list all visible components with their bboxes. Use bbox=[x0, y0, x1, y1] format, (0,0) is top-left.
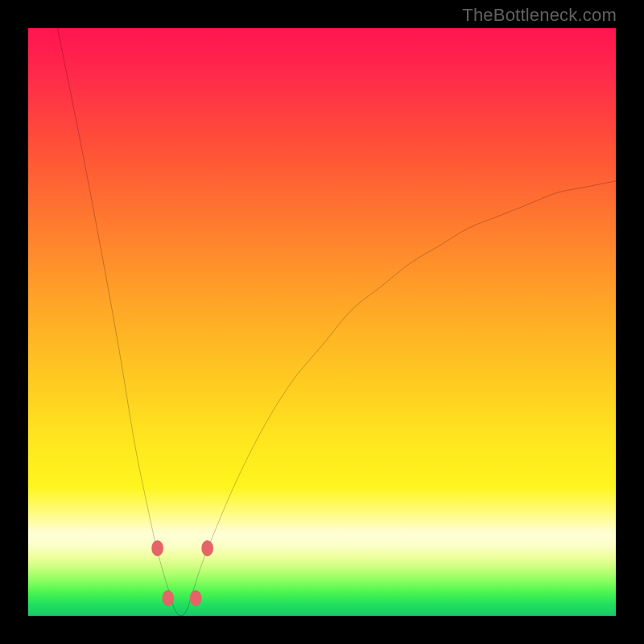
bottleneck-curve-svg bbox=[28, 28, 616, 616]
optimal-marker-0 bbox=[151, 540, 163, 556]
plot-area bbox=[28, 28, 616, 616]
optimal-marker-1 bbox=[162, 590, 174, 606]
chart-frame: TheBottleneck.com bbox=[0, 0, 644, 644]
bottleneck-curve bbox=[58, 28, 617, 616]
optimal-marker-2 bbox=[190, 590, 202, 606]
watermark-text: TheBottleneck.com bbox=[462, 5, 617, 26]
optimal-marker-3 bbox=[201, 540, 213, 556]
optimal-markers bbox=[151, 540, 213, 606]
